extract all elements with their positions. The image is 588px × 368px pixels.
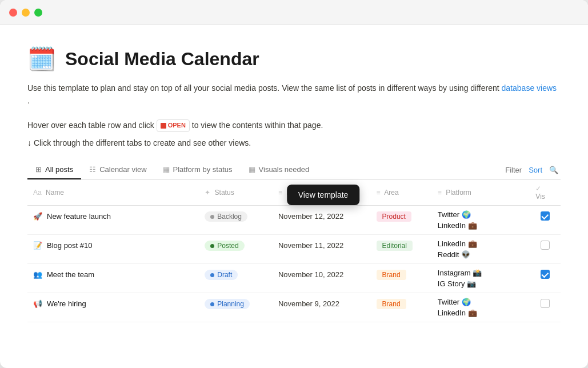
cell-date-0: November 12, 2022 [273,206,371,235]
row-name-1: Blog post #10 [47,241,93,250]
description-block2: Hover over each table row and click OPEN… [27,119,561,149]
checkbox-unchecked[interactable] [541,299,550,308]
cell-name-3: 📢We're hiring [27,293,199,322]
status-badge: Draft [205,270,238,280]
tab-calendar-view-label: Calendar view [99,165,146,174]
cell-name-2: 👥Meet the team [27,264,199,293]
sort-button[interactable]: Sort [529,166,542,174]
checkbox-checked[interactable] [541,211,550,221]
area-col-icon: ≡ [377,189,381,197]
row-name-0: New feature launch [47,212,111,221]
col-header-name: Aa Name [27,180,199,206]
row-emoji-0: 🚀 [33,212,42,221]
area-badge: Brand [377,270,406,280]
visuals-icon: ▦ [249,165,255,174]
search-icon[interactable]: 🔍 [549,166,558,174]
area-badge: Editorial [377,241,413,251]
cell-date-2: November 10, 2022 [273,264,371,293]
status-badge: Planning [205,299,250,309]
tab-visuals-needed-label: Visuals needed [259,165,310,174]
platform-item-3-0: Twitter 🌍 [438,298,525,306]
col-header-date: ≡ Publish date [273,180,371,206]
col-header-visuals: ✓ Vis [530,180,561,206]
status-dot [210,215,214,219]
name-col-icon: Aa [33,189,42,197]
platform-item-2-1: IG Story 📷 [438,279,525,288]
platform-item-3-1: LinkedIn 💼 [438,309,525,317]
platform-item-0-0: Twitter 🌍 [438,210,525,219]
row-name-2: Meet the team [47,270,94,279]
table-container: View template Aa Name ✦ Status [27,180,561,322]
open-badge-icon [161,123,166,129]
close-button[interactable] [9,9,17,17]
filter-button[interactable]: Filter [505,166,522,174]
status-dot [210,302,214,306]
tabs-left: ⊞ All posts ☷ Calendar view ▦ Platform b… [27,161,503,179]
cell-area-1: Editorial [371,235,432,264]
page-header: 🗓️ Social Media Calendar [27,46,561,73]
tabs-right: Filter Sort 🔍 [503,166,561,174]
checkbox-checked[interactable] [541,270,550,279]
table-icon: ⊞ [35,165,42,174]
description-line2: Hover over each table row and click OPEN… [27,119,561,132]
tabs-row: ⊞ All posts ☷ Calendar view ▦ Platform b… [27,161,561,180]
col-header-area: ≡ Area [371,180,432,206]
tab-platform-by-status-label: Platform by status [173,165,233,174]
row-name-3: We're hiring [47,299,86,308]
platform-col-icon: ≡ [438,189,442,197]
titlebar [0,0,588,25]
cell-date-3: November 9, 2022 [273,293,371,322]
cell-status-2: Draft [199,264,273,293]
app-window: 🗓️ Social Media Calendar Use this templa… [0,0,588,368]
row-emoji-2: 👥 [33,270,42,279]
traffic-lights [9,9,42,17]
description-line1: Use this template to plan and stay on to… [27,82,561,107]
database-views-link[interactable]: database views [502,83,557,93]
col-header-status: ✦ Status [199,180,273,206]
open-badge: OPEN [157,119,190,132]
cell-visuals-2[interactable] [530,264,561,293]
page-icon: 🗓️ [27,46,56,73]
cell-status-0: Backlog [199,206,273,235]
minimize-button[interactable] [22,9,30,17]
cell-visuals-0[interactable] [530,206,561,235]
platform-icon: ▦ [163,165,170,174]
cell-area-0: Product [371,206,432,235]
table-row[interactable]: 📢We're hiringPlanningNovember 9, 2022Bra… [27,293,561,322]
posts-table: Aa Name ✦ Status ≡ Publish date ≡ [27,180,561,322]
status-badge: Posted [205,241,244,251]
table-header-row: Aa Name ✦ Status ≡ Publish date ≡ [27,180,561,206]
status-dot [210,244,214,248]
main-content: 🗓️ Social Media Calendar Use this templa… [0,25,588,368]
description-block: Use this template to plan and stay on to… [27,82,561,107]
maximize-button[interactable] [34,9,42,17]
cell-platform-2: Instagram 📸IG Story 📷 [432,264,530,293]
tab-all-posts[interactable]: ⊞ All posts [27,161,81,179]
cell-area-3: Brand [371,293,432,322]
checkbox-unchecked[interactable] [541,241,550,250]
tab-calendar-view[interactable]: ☷ Calendar view [81,161,154,179]
status-col-icon: ✦ [205,189,210,197]
table-row[interactable]: 🚀New feature launchBacklogNovember 12, 2… [27,206,561,235]
status-dot [210,273,214,277]
tab-visuals-needed[interactable]: ▦ Visuals needed [241,161,318,179]
page-title: Social Media Calendar [65,49,259,70]
cell-visuals-3[interactable] [530,293,561,322]
platform-item-1-1: Reddit 👽 [438,250,525,259]
tab-all-posts-label: All posts [45,165,73,174]
tab-platform-by-status[interactable]: ▦ Platform by status [155,161,241,179]
table-row[interactable]: 📝Blog post #10PostedNovember 11, 2022Edi… [27,235,561,264]
cell-visuals-1[interactable] [530,235,561,264]
cell-status-1: Posted [199,235,273,264]
area-badge: Product [377,211,411,222]
platform-item-0-1: LinkedIn 💼 [438,221,525,230]
vis-col-icon: ✓ [535,185,541,193]
col-header-platform: ≡ Platform [432,180,530,206]
status-badge: Backlog [205,211,247,222]
area-badge: Brand [377,299,406,309]
table-row[interactable]: 👥Meet the teamDraftNovember 10, 2022Bran… [27,264,561,293]
cell-platform-3: Twitter 🌍LinkedIn 💼 [432,293,530,322]
cell-platform-0: Twitter 🌍LinkedIn 💼 [432,206,530,235]
cell-platform-1: LinkedIn 💼Reddit 👽 [432,235,530,264]
date-col-icon: ≡ [278,189,282,197]
